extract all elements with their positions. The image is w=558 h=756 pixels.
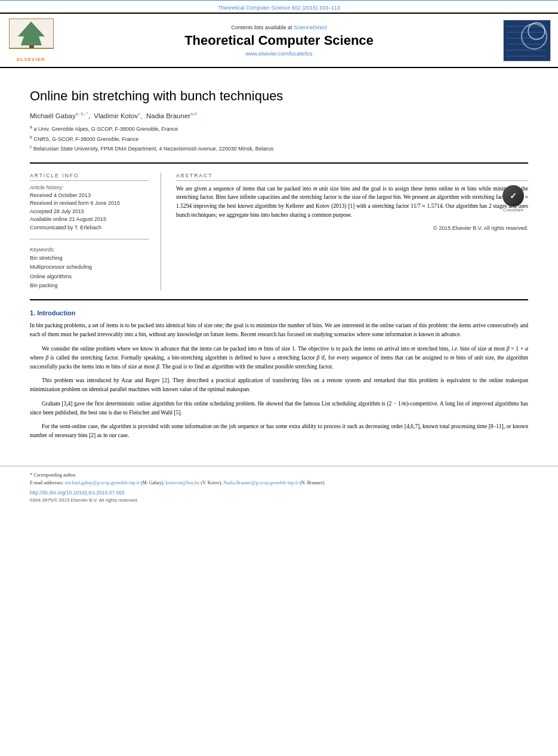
journal-reference: Theoretical Computer Science 602 (2015) … [218,5,340,11]
article-info-label: ARTICLE INFO [30,173,149,181]
keyword-1: Bin stretching [30,254,149,263]
journal-logo-right [503,20,551,62]
affiliations: a a Univ. Grenoble Alpes, G-SCOP, F-3800… [30,124,528,153]
abstract-label: ABSTRACT [176,173,528,181]
author1-sup: a, b, * [76,111,88,116]
elsevier-text-label: ELSEVIER [17,57,45,62]
available-date: Available online 21 August 2015 [30,216,149,224]
main-divider [30,162,528,164]
intro-para-2: We consider the online problem where we … [30,345,528,372]
footer-corresponding: * Corresponding author. [30,471,528,480]
page: Theoretical Computer Science 602 (2015) … [0,0,558,756]
sciencedirect-link: Contents lists available at ScienceDirec… [67,24,491,30]
footer-doi[interactable]: http://dx.doi.org/10.1016/j.tcs.2015.07.… [30,490,528,496]
journal-header: ELSEVIER Contents lists available at Sci… [0,13,558,68]
keywords-list: Bin stretching Multiprocessor scheduling… [30,254,149,290]
footer-issn: 0304-3975/© 2015 Elsevier B.V. All right… [30,497,528,503]
intro-para-3: This problem was introduced by Azar and … [30,376,528,394]
journal-title: Theoretical Computer Science [67,33,491,48]
tcs-logo-svg [504,20,550,61]
email-label: E-mail addresses: [30,480,64,485]
article-info-abstract: ARTICLE INFO Article history: Received 4… [30,173,528,291]
abstract-column: ABSTRACT We are given a sequence of item… [176,173,528,291]
communicated-by: Communicated by T. Erlebach [30,224,149,232]
journal-url: www.elsevier.com/locate/tcs [67,51,491,57]
keyword-3: Online algorithms [30,272,149,281]
introduction-title: 1. Introduction [30,309,528,316]
crossmark-badge: CrossMark [498,185,528,215]
email-1: michael.gabay@g-scop.grenoble-inp.fr [65,480,140,485]
affiliation-b: b CNRS, G-SCOP, F-38000 Grenoble, France [30,134,528,143]
author2-name: Vladimir Kotov [94,112,138,119]
author2-sup: c [138,111,140,116]
footer: * Corresponding author. E-mail addresses… [0,466,558,506]
accepted-date: Accepted 28 July 2015 [30,208,149,216]
intro-para-4: Graham [3,4] gave the first deterministi… [30,399,528,417]
algorithm-word: algorithm [437,194,459,200]
history-label: Article history: [30,185,149,190]
author3-sup: a,b [190,111,197,116]
intro-para-1: In bin packing problems, a set of items … [30,321,528,339]
header-center: Contents lists available at ScienceDirec… [61,24,497,57]
revised-date: Received in revised form 6 June 2015 [30,199,149,208]
crossmark-circle [502,185,524,207]
author1-name: Michaël Gabay [30,112,76,119]
email-3: Nadia.Brauner@g-scop.grenoble-inp.fr [223,480,298,485]
footer-star: * [30,472,33,478]
received-date: Received 4 October 2013 [30,192,149,200]
article-title: Online bin stretching with bunch techniq… [30,88,528,105]
author3-name: Nadia Brauner [146,112,190,119]
svg-point-5 [528,23,545,39]
section-divider [30,299,528,300]
affiliation-c: c Belarusian State University, FPMI DMA … [30,143,528,153]
keywords-label: Keywords: [30,247,149,253]
keyword-2: Multiprocessor scheduling [30,263,149,272]
elsevier-logo-svg [9,19,54,56]
email-2: kotovvm@bsu.by [165,480,199,485]
footer-emails: E-mail addresses: michael.gabay@g-scop.g… [30,480,528,487]
authors-line: Michaël Gabaya, b, *, Vladimir Kotovc, N… [30,111,528,119]
affiliation-a: a a Univ. Grenoble Alpes, G-SCOP, F-3800… [30,124,528,133]
top-bar: Theoretical Computer Science 602 (2015) … [0,0,558,13]
intro-para-5: For the semi-online case, the algorithm … [30,422,528,440]
elsevier-logo-area: ELSEVIER [7,19,55,62]
info-divider [30,239,149,239]
crossmark-label: CrossMark [503,208,523,212]
copyright-text: © 2015 Elsevier B.V. All rights reserved… [176,225,528,231]
section-number: 1. Introduction [30,309,75,316]
article-info-column: ARTICLE INFO Article history: Received 4… [30,173,161,291]
abstract-text: We are given a sequence of items that ca… [176,185,528,220]
main-content: Online bin stretching with bunch techniq… [0,68,558,457]
keyword-4: Bin packing [30,281,149,290]
sciencedirect-text: ScienceDirect [294,24,327,30]
